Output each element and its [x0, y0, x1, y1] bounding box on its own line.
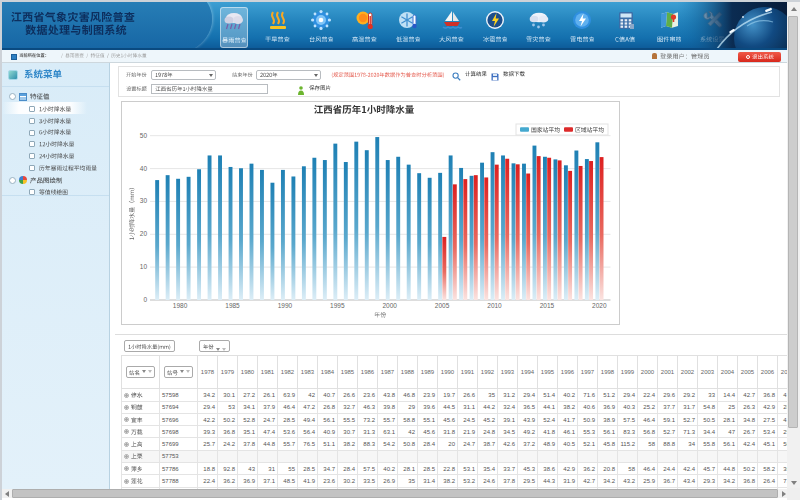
svg-text:2020: 2020 [592, 302, 607, 309]
svg-text:2015: 2015 [539, 302, 554, 309]
svg-text:0: 0 [143, 296, 147, 303]
svg-text:1995: 1995 [330, 302, 345, 309]
svg-text:20: 20 [139, 230, 147, 237]
svg-text:2000: 2000 [382, 302, 397, 309]
svg-text:2005: 2005 [434, 302, 449, 309]
svg-text:1985: 1985 [225, 302, 240, 309]
svg-text:1980: 1980 [172, 302, 187, 309]
svg-text:30: 30 [139, 197, 147, 204]
svg-text:40: 40 [139, 165, 147, 172]
svg-text:1990: 1990 [277, 302, 292, 309]
svg-text:10: 10 [139, 263, 147, 270]
svg-text:50: 50 [139, 132, 147, 139]
svg-text:2010: 2010 [487, 302, 502, 309]
